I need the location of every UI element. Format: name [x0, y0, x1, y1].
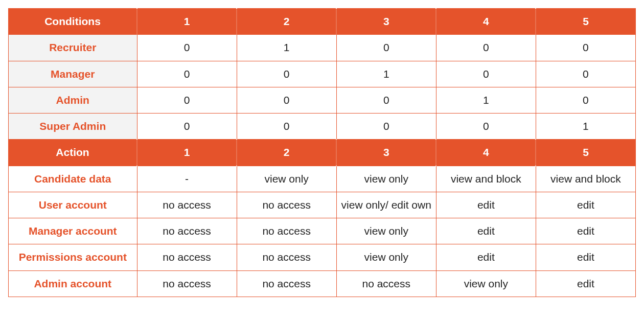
- cell: 0: [536, 87, 635, 113]
- col-header: 1: [137, 140, 237, 166]
- cell: edit: [536, 218, 635, 244]
- table-row: Permissions account no access no access …: [9, 244, 636, 270]
- cell: 0: [237, 114, 336, 140]
- row-label-recruiter: Recruiter: [9, 35, 137, 61]
- cell: edit: [536, 270, 635, 297]
- cell: view and block: [436, 166, 536, 192]
- cell: view only: [237, 166, 336, 192]
- cell: 0: [237, 87, 336, 113]
- cell: edit: [436, 192, 536, 218]
- cell: no access: [237, 192, 336, 218]
- cell: 0: [137, 87, 237, 113]
- table-row: Super Admin 0 0 0 0 1: [9, 114, 636, 140]
- row-label-user-account: User account: [9, 192, 137, 218]
- cell: view only: [336, 166, 436, 192]
- conditions-header-row: Conditions 1 2 3 4 5: [9, 9, 636, 35]
- cell: view only/ edit own: [336, 192, 436, 218]
- conditions-header-label: Conditions: [9, 9, 137, 35]
- cell: no access: [137, 244, 237, 270]
- cell: view only: [436, 270, 536, 297]
- cell: view only: [336, 218, 436, 244]
- cell: view only: [336, 244, 436, 270]
- cell: no access: [237, 244, 336, 270]
- col-header: 4: [436, 140, 536, 166]
- cell: 0: [536, 35, 635, 61]
- cell: 0: [436, 35, 536, 61]
- col-header: 5: [536, 9, 635, 35]
- col-header: 5: [536, 140, 635, 166]
- table-row: Manager account no access no access view…: [9, 218, 636, 244]
- row-label-candidate-data: Candidate data: [9, 166, 137, 192]
- action-header-row: Action 1 2 3 4 5: [9, 140, 636, 166]
- cell: 1: [536, 114, 635, 140]
- cell: edit: [436, 218, 536, 244]
- col-header: 2: [237, 9, 336, 35]
- cell: no access: [137, 218, 237, 244]
- col-header: 1: [137, 9, 237, 35]
- cell: 0: [137, 61, 237, 87]
- cell: 0: [336, 35, 436, 61]
- cell: 1: [237, 35, 336, 61]
- row-label-super-admin: Super Admin: [9, 114, 137, 140]
- cell: edit: [436, 244, 536, 270]
- cell: view and block: [536, 166, 635, 192]
- cell: 0: [137, 35, 237, 61]
- table-row: Recruiter 0 1 0 0 0: [9, 35, 636, 61]
- table-row: User account no access no access view on…: [9, 192, 636, 218]
- cell: 0: [436, 61, 536, 87]
- decision-table: Conditions 1 2 3 4 5 Recruiter 0 1 0 0 0…: [8, 8, 636, 297]
- row-label-manager-account: Manager account: [9, 218, 137, 244]
- table-row: Admin 0 0 0 1 0: [9, 87, 636, 113]
- action-header-label: Action: [9, 140, 137, 166]
- cell: 0: [536, 61, 635, 87]
- table-row: Manager 0 0 1 0 0: [9, 61, 636, 87]
- cell: 0: [237, 61, 336, 87]
- cell: no access: [237, 270, 336, 297]
- cell: 0: [336, 114, 436, 140]
- col-header: 4: [436, 9, 536, 35]
- cell: edit: [536, 192, 635, 218]
- cell: no access: [137, 192, 237, 218]
- cell: 1: [336, 61, 436, 87]
- row-label-manager: Manager: [9, 61, 137, 87]
- cell: 0: [336, 87, 436, 113]
- col-header: 3: [336, 140, 436, 166]
- row-label-admin-account: Admin account: [9, 270, 137, 297]
- cell: -: [137, 166, 237, 192]
- cell: 1: [436, 87, 536, 113]
- table-row: Candidate data - view only view only vie…: [9, 166, 636, 192]
- cell: edit: [536, 244, 635, 270]
- cell: no access: [336, 270, 436, 297]
- col-header: 2: [237, 140, 336, 166]
- cell: 0: [137, 114, 237, 140]
- row-label-admin: Admin: [9, 87, 137, 113]
- table-row: Admin account no access no access no acc…: [9, 270, 636, 297]
- row-label-permissions-account: Permissions account: [9, 244, 137, 270]
- cell: no access: [137, 270, 237, 297]
- cell: no access: [237, 218, 336, 244]
- col-header: 3: [336, 9, 436, 35]
- cell: 0: [436, 114, 536, 140]
